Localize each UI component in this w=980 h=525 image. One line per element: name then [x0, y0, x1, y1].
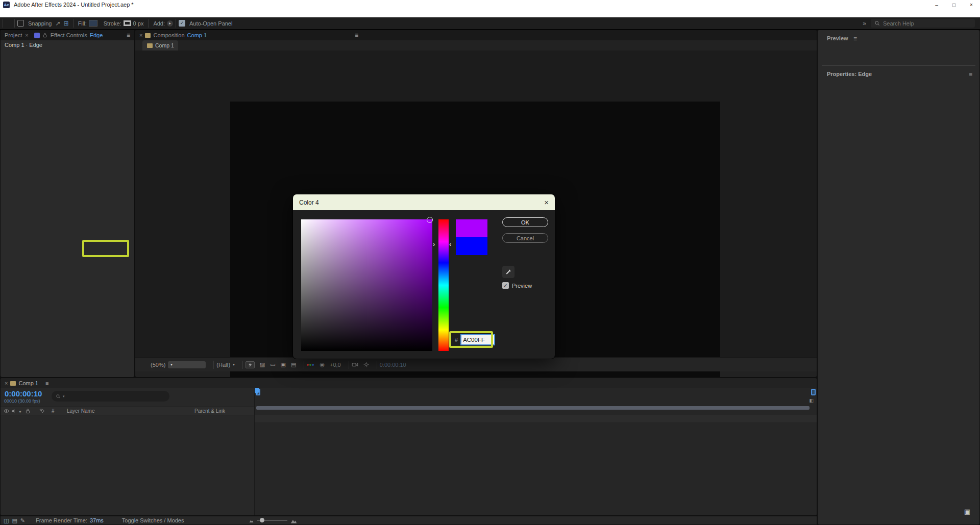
- tab-project[interactable]: Project: [5, 32, 22, 38]
- eyedropper-button[interactable]: [502, 266, 514, 278]
- panel-color-icon: [34, 33, 40, 38]
- stroke-swatch[interactable]: [124, 20, 131, 26]
- status-icon-2[interactable]: ▤: [12, 517, 17, 524]
- hue-arrow-left-icon[interactable]: ›: [433, 240, 435, 248]
- status-icon-3[interactable]: ✎: [20, 517, 25, 524]
- composition-menu-icon[interactable]: ≡: [355, 32, 358, 39]
- fill-swatch[interactable]: [89, 20, 97, 27]
- viewer-timecode[interactable]: 0:00:00:10: [380, 362, 406, 368]
- auto-open-label: Auto-Open Panel: [189, 20, 232, 27]
- timeline-menu-icon[interactable]: ≡: [45, 380, 48, 386]
- column-layer-name[interactable]: Layer Name: [67, 408, 94, 414]
- effect-controls-tabs: Project × Effect Controls Edge ≡: [1, 30, 134, 40]
- properties-menu-icon[interactable]: ≡: [969, 71, 972, 78]
- ok-button[interactable]: OK: [502, 217, 548, 227]
- zoom-in-mountain-icon[interactable]: [290, 517, 297, 524]
- resolution-dropdown[interactable]: (Half)▾: [216, 362, 234, 368]
- preview-menu-icon[interactable]: ≡: [853, 35, 857, 42]
- timeline-search-box[interactable]: ▾: [52, 391, 169, 402]
- preview-checkbox[interactable]: ✓ Preview: [502, 282, 532, 289]
- snap-arrow-icon[interactable]: ↗: [56, 20, 61, 27]
- zoom-out-mountain-icon[interactable]: [249, 518, 254, 523]
- maximize-button[interactable]: □: [945, 2, 963, 8]
- timeline-panel: × Comp 1 ≡ 0:00:00:10 00010 (30.00 fps) …: [1, 378, 817, 515]
- viewer-subtab-comp1[interactable]: Comp 1: [142, 40, 178, 51]
- app-window: Ae Adobe After Effects 2024 - Untitled P…: [0, 0, 980, 525]
- magnification-dropdown[interactable]: (50%)▾: [151, 361, 206, 368]
- exposure-value[interactable]: +0,0: [330, 362, 341, 368]
- timeline-toolbar: 0:00:00:10 00010 (30.00 fps) ▾: [1, 388, 254, 407]
- add-button[interactable]: ▸: [167, 20, 173, 27]
- comp-folder-icon: [147, 43, 153, 48]
- close-button[interactable]: ×: [963, 2, 980, 8]
- auto-open-checkbox[interactable]: ✓: [179, 20, 185, 27]
- preview-checkbox-box[interactable]: ✓: [502, 282, 509, 289]
- tab-effect-controls-target[interactable]: Edge: [90, 32, 103, 38]
- column-parent-link[interactable]: Parent & Link: [194, 408, 225, 414]
- dialog-titlebar[interactable]: Color 4 ×: [293, 194, 555, 210]
- app-logo-icon: Ae: [3, 2, 10, 8]
- workspace-overflow[interactable]: »: [863, 20, 866, 27]
- region-of-interest-icon[interactable]: ▤: [291, 361, 296, 368]
- snapshot-camera-icon[interactable]: [352, 361, 358, 368]
- zoom-slider-handle[interactable]: [260, 518, 264, 522]
- dialog-close-icon[interactable]: ×: [544, 198, 549, 207]
- viewer-toolbar: (50%)▾ (Half)▾ ▨ ▭ ▣ ▤ ◉ +0,0 0:00:00:10: [135, 357, 817, 371]
- transparency-grid-icon[interactable]: ▨: [260, 361, 265, 368]
- snapping-checkbox[interactable]: [17, 20, 24, 27]
- composition-folder-icon: [145, 33, 151, 38]
- dialog-title: Color 4: [299, 199, 319, 206]
- window-title: Adobe After Effects 2024 - Untitled Proj…: [14, 2, 134, 8]
- panel-corner-icon[interactable]: ▣: [964, 508, 970, 515]
- highlight-annotation-color4: [82, 240, 129, 257]
- preview-panel-title[interactable]: Preview: [827, 35, 848, 41]
- guides-icon[interactable]: ▣: [281, 361, 286, 368]
- effect-controls-breadcrumb: Comp 1 · Edge: [1, 40, 134, 49]
- composition-tab-close-icon[interactable]: ×: [139, 32, 142, 38]
- stroke-label[interactable]: Stroke:: [104, 20, 121, 27]
- work-area-bar[interactable]: [256, 406, 810, 410]
- navigator-end-handle[interactable]: [811, 389, 816, 395]
- cancel-button[interactable]: Cancel: [502, 233, 548, 243]
- zoom-slider[interactable]: [257, 520, 287, 521]
- composition-tabs: × Composition Comp 1 ≡: [135, 30, 817, 40]
- tab-effect-controls[interactable]: Effect Controls: [51, 32, 87, 38]
- timeline-zoom-control[interactable]: [249, 517, 297, 524]
- saturation-brightness-field[interactable]: [301, 219, 432, 351]
- current-time-display[interactable]: 0:00:00:10: [5, 389, 42, 398]
- column-number[interactable]: #: [52, 408, 55, 414]
- stroke-width-value[interactable]: 0 px: [133, 20, 144, 27]
- add-label: Add:: [153, 20, 165, 27]
- timeline-tab-label[interactable]: Comp 1: [18, 380, 38, 386]
- minimize-button[interactable]: –: [928, 2, 945, 8]
- color-field-cursor[interactable]: [427, 217, 433, 223]
- color-picker-dialog: Color 4 × › ‹ # OK Cancel ✓ Preview: [292, 194, 555, 359]
- timeline-tab-close-icon[interactable]: ×: [5, 380, 8, 386]
- lock-icon[interactable]: [42, 33, 47, 38]
- playhead-handle[interactable]: [255, 388, 259, 392]
- hex-input[interactable]: [460, 334, 495, 345]
- channel-icon[interactable]: [307, 364, 314, 366]
- fast-preview-icon[interactable]: [246, 361, 255, 368]
- timeline-track-area: ◧: [254, 388, 817, 515]
- frame-info: 00010 (30.00 fps): [4, 398, 40, 404]
- hue-arrow-right-icon[interactable]: ‹: [449, 240, 451, 248]
- exposure-icon[interactable]: ◉: [320, 361, 325, 368]
- mask-visibility-icon[interactable]: ▭: [270, 361, 275, 368]
- tab-composition-target[interactable]: Comp 1: [187, 32, 207, 38]
- project-tab-close-icon[interactable]: ×: [25, 32, 28, 38]
- window-titlebar[interactable]: Ae Adobe After Effects 2024 - Untitled P…: [0, 0, 980, 9]
- toggle-switches-button[interactable]: Toggle Switches / Modes: [122, 517, 184, 523]
- show-snapshot-icon[interactable]: [363, 362, 369, 367]
- hue-strip[interactable]: [438, 219, 449, 351]
- tab-composition[interactable]: Composition: [153, 32, 184, 38]
- timeline-tabs: × Comp 1 ≡: [1, 378, 817, 388]
- help-search-box[interactable]: Search Help: [871, 19, 975, 28]
- previous-color-swatch: [456, 237, 487, 255]
- properties-panel-title[interactable]: Properties: Edge: [827, 71, 872, 77]
- panel-menu-icon[interactable]: ≡: [127, 32, 130, 39]
- status-icon-1[interactable]: ◫: [4, 517, 9, 524]
- comp-marker-bin-icon[interactable]: ◧: [809, 398, 814, 403]
- fill-label[interactable]: Fill:: [78, 20, 87, 27]
- snap-features-icon[interactable]: ⊞: [64, 20, 69, 27]
